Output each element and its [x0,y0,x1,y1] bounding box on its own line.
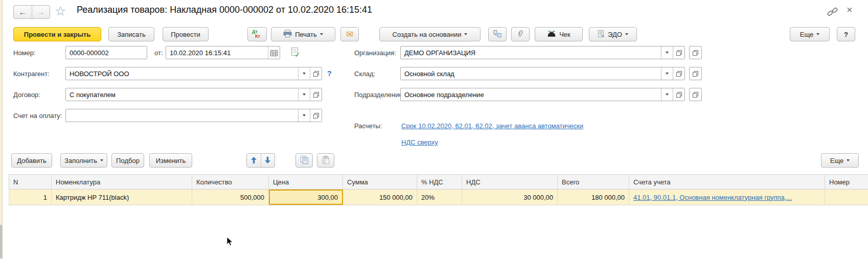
table-header-row: N Номенклатура Количество Цена Сумма % Н… [9,174,868,190]
cell-vat-rate[interactable]: 20% [417,190,462,205]
post-and-close-button[interactable]: Провести и закрыть [13,27,101,41]
dropdown-button[interactable] [298,67,310,80]
open-button[interactable] [310,109,322,122]
cell-nomenclature[interactable]: Картридж HP 711(black) [52,190,192,205]
send-email-button[interactable]: ✉ [340,27,359,41]
help-button[interactable]: ? [837,27,855,41]
move-row-down-button[interactable] [261,154,275,167]
cash-register-icon [547,30,556,39]
caret-down-icon [320,33,323,35]
cell-number[interactable] [825,190,868,205]
selection-button[interactable]: Подбор [111,153,144,168]
copy-link-icon[interactable] [827,7,838,19]
contract-value: С покупателем [66,88,298,101]
contract-field[interactable]: С покупателем [65,88,322,101]
date-value: 10.02.2020 16:15:41 [166,46,268,59]
invoice-value [66,109,298,122]
more-button-top[interactable]: Еще [790,27,830,41]
open-button[interactable] [310,88,322,101]
caret-down-icon [303,93,306,96]
move-row-up-button[interactable] [247,154,261,167]
left-scrollbar-thumb[interactable] [0,225,2,258]
number-label: Номер: [13,49,36,57]
calendar-icon[interactable] [268,46,280,59]
edo-button[interactable]: ЭДО [589,27,637,41]
post-label: Провести [171,31,200,38]
organization-field[interactable]: ДЕМО ОРГАНИЗАЦИЯ [400,46,685,59]
number-field[interactable]: 0000-000002 [65,46,147,59]
department-label: Подразделение: [354,91,404,99]
attachments-button[interactable] [511,27,530,41]
left-edge-strip [0,0,3,259]
print-button[interactable]: Печать [271,27,335,41]
dropdown-button[interactable] [661,67,673,80]
check-receipt-button[interactable]: Чек [535,27,583,41]
date-field[interactable]: 10.02.2020 16:15:41 [166,46,280,59]
svg-text:✓: ✓ [294,51,301,58]
add-row-button[interactable]: Добавить [11,153,52,168]
cell-total[interactable]: 180 000,00 [558,190,629,205]
counterparty-value: НОВОСТРОЙ ООО [66,67,298,80]
open-button[interactable] [673,46,684,59]
settlements-link[interactable]: Срок 10.02.2020, 62.01, 62.02, зачет ава… [401,122,583,130]
column-header-total: Всего [558,175,629,189]
open-button[interactable] [689,46,702,59]
open-button[interactable] [673,88,684,101]
department-field[interactable]: Основное подразделение [400,88,685,101]
column-header-quantity: Количество [192,175,269,189]
favorite-star-icon[interactable]: ☆ [55,5,66,17]
post-button[interactable]: Провести [163,27,209,41]
cell-n[interactable]: 1 [9,190,52,205]
dropdown-button[interactable] [298,109,310,122]
caret-down-icon [816,33,819,35]
counterparty-help-icon[interactable]: ? [327,69,332,78]
check-label: Чек [559,31,570,38]
more-label: Еще [830,157,843,164]
more-button-items[interactable]: Еще [821,153,859,168]
related-documents-button[interactable] [488,27,507,41]
copy-button[interactable] [295,153,313,168]
caret-down-icon [303,114,306,116]
page-title: Реализация товаров: Накладная 0000-00000… [77,5,372,15]
kt-label: Кт [255,34,260,39]
column-header-n: N [9,175,52,189]
dropdown-button[interactable] [661,46,673,59]
back-button[interactable]: ← [14,6,32,18]
close-icon[interactable]: × [847,4,853,16]
more-label: Еще [800,31,813,38]
dropdown-button[interactable] [298,88,310,101]
copy-icon [301,156,308,166]
dropdown-button[interactable] [661,88,673,101]
warehouse-field[interactable]: Основной склад [400,67,685,80]
edit-button[interactable]: Изменить [149,153,192,168]
open-button[interactable] [310,67,322,80]
table-row: 1 Картридж HP 711(black) 500,000 300,00 … [9,190,868,205]
create-on-basis-button[interactable]: Создать на основании [379,27,481,41]
dtkt-postings-button[interactable]: Дт Кт [247,27,267,41]
paste-button[interactable] [317,153,334,168]
save-label: Записать [117,31,146,38]
cell-sum[interactable]: 150 000,00 [343,190,417,205]
open-button[interactable] [673,67,684,80]
cell-vat[interactable]: 30 000,00 [462,190,558,205]
forward-button[interactable]: → [32,6,50,18]
structure-icon [493,30,501,39]
save-button[interactable]: Записать [108,27,154,41]
column-header-vat-rate: % НДС [417,175,462,189]
selection-label: Подбор [116,157,140,164]
cell-accounts[interactable]: 41.01, 90.01.1, Основная номенклатурная … [629,190,825,205]
open-button[interactable] [689,67,702,80]
column-header-number: Номер [825,175,868,189]
invoice-field[interactable] [65,109,322,122]
open-button[interactable] [689,88,702,101]
dtkt-icon: Дт Кт [252,30,262,39]
fill-button[interactable]: Заполнить [60,153,107,168]
column-header-accounts: Счета учета [629,175,825,189]
edo-label: ЭДО [608,31,622,38]
caret-down-icon [464,33,467,35]
cell-price-selected[interactable]: 300,00 [269,190,343,205]
vat-mode-link[interactable]: НДС сверху [401,138,438,146]
cell-quantity[interactable]: 500,000 [192,190,269,205]
accounts-link[interactable]: 41.01, 90.01.1, Основная номенклатурная … [633,194,792,201]
counterparty-field[interactable]: НОВОСТРОЙ ООО [65,67,322,80]
